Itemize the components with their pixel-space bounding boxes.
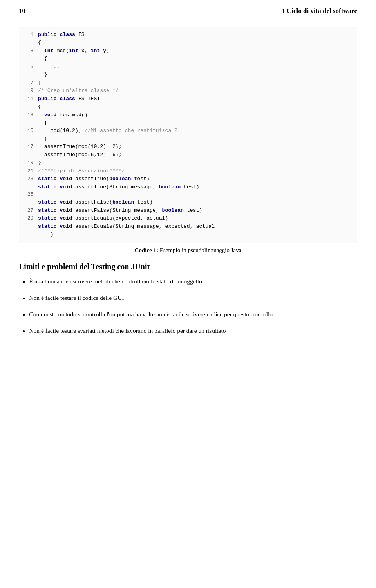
code-line: { (22, 119, 351, 127)
line-number: 1 (22, 31, 33, 39)
line-number: 15 (22, 127, 33, 135)
code-line: static void assertFalse(boolean test) (22, 198, 351, 206)
code-content: { (38, 119, 47, 127)
line-number: 17 (22, 143, 33, 151)
code-content: static void assertEquals(String message,… (38, 223, 215, 231)
code-content: { (38, 55, 47, 63)
code-line: { (22, 103, 351, 111)
line-number: 29 (22, 215, 33, 222)
code-line: 23static void assertTrue(boolean test) (22, 175, 351, 183)
page-number: 10 (19, 7, 25, 15)
code-line: 27static void assertFalse(String message… (22, 207, 351, 215)
bullet-icon: • (23, 277, 25, 288)
line-number: 11 (22, 96, 33, 103)
code-line: assertTrue(mcd(6,12)==6); (22, 151, 351, 159)
caption-text: Esempio in pseudolinguaggio Java (160, 247, 242, 253)
line-number: 13 (22, 112, 33, 119)
code-content: int mcd(int x, int y) (38, 47, 109, 55)
code-content: { (38, 103, 41, 111)
page-title: 1 Ciclo di vita del software (282, 7, 357, 15)
code-line: } (22, 71, 351, 79)
list-item: •Non è facile testare il codice delle GU… (23, 293, 357, 304)
code-content: static void assertFalse(boolean test) (38, 198, 153, 206)
list-item: •Con questo metodo si controlla l'output… (23, 310, 357, 321)
caption-label: Codice 1: (135, 247, 158, 253)
bullet-text: È una buona idea scrivere metodi che con… (29, 277, 357, 286)
section-title: Limiti e problemi del Testing con JUnit (19, 262, 357, 271)
code-block: 1public class ES{3 int mcd(int x, int y)… (19, 27, 357, 243)
code-line: 29static void assertEquals(expected, act… (22, 215, 351, 222)
code-content: /****Tipi di Asserzioni****/ (38, 167, 125, 175)
list-item: •È una buona idea scrivere metodi che co… (23, 277, 357, 288)
line-number: 19 (22, 159, 33, 167)
code-content: } (38, 135, 47, 143)
code-line: 9/* Creo un'altra classe */ (22, 87, 351, 95)
code-line: 13 void testmcd() (22, 111, 351, 119)
code-line: static void assertTrue(String message, b… (22, 183, 351, 191)
code-content: mcd(10,2); //Mi aspetto che restituisca … (38, 127, 177, 135)
code-line: 11public class ES_TEST (22, 95, 351, 103)
code-content: ) (38, 231, 54, 238)
code-caption: Codice 1: Esempio in pseudolinguaggio Ja… (19, 247, 357, 254)
bullet-text: Con questo metodo si controlla l'output … (29, 310, 357, 319)
bullet-text: Non è facile testare svariati metodi che… (29, 326, 357, 335)
code-content: } (38, 79, 41, 87)
code-content: /* Creo un'altra classe */ (38, 87, 119, 95)
line-number: 9 (22, 87, 33, 95)
code-content: assertTrue(mcd(10,2)==2); (38, 143, 122, 151)
bullet-list: •È una buona idea scrivere metodi che co… (23, 277, 357, 337)
bullet-icon: • (23, 294, 25, 304)
line-number: 23 (22, 175, 33, 183)
code-content: ... (38, 63, 60, 71)
code-content: public class ES (38, 31, 85, 39)
code-line: { (22, 39, 351, 47)
code-line: 1public class ES (22, 31, 351, 39)
code-content: public class ES_TEST (38, 95, 100, 103)
line-number: 21 (22, 168, 33, 175)
list-item: •Non è facile testare svariati metodi ch… (23, 326, 357, 337)
line-number: 27 (22, 207, 33, 215)
code-line: 5 ... (22, 63, 351, 71)
line-number: 7 (22, 79, 33, 87)
code-line: 21/****Tipi di Asserzioni****/ (22, 167, 351, 175)
code-content: static void assertTrue(String message, b… (38, 183, 199, 191)
bullet-icon: • (23, 310, 25, 321)
code-line: 15 mcd(10,2); //Mi aspetto che restituis… (22, 127, 351, 135)
bullet-text: Non è facile testare il codice delle GUI (29, 293, 357, 302)
line-number: 25 (22, 191, 33, 198)
bullet-icon: • (23, 326, 25, 337)
code-line: static void assertEquals(String message,… (22, 223, 351, 231)
code-line: 19} (22, 159, 351, 167)
code-content: } (38, 159, 41, 167)
code-content: { (38, 39, 41, 47)
code-line: 17 assertTrue(mcd(10,2)==2); (22, 143, 351, 151)
code-content: static void assertFalse(String message, … (38, 207, 202, 215)
line-number: 5 (22, 63, 33, 71)
code-content: } (38, 71, 47, 79)
main-content: 1public class ES{3 int mcd(int x, int y)… (0, 19, 376, 354)
page-header: 10 1 Ciclo di vita del software (0, 0, 376, 19)
code-content: static void assertTrue(boolean test) (38, 175, 150, 183)
code-line: 3 int mcd(int x, int y) (22, 47, 351, 55)
line-number: 3 (22, 47, 33, 55)
code-line: 7} (22, 79, 351, 87)
code-content: assertTrue(mcd(6,12)==6); (38, 151, 122, 159)
code-content: static void assertEquals(expected, actua… (38, 215, 168, 222)
code-line: ) (22, 231, 351, 238)
code-line: { (22, 55, 351, 63)
code-line: 25 (22, 191, 351, 198)
code-content: void testmcd() (38, 111, 88, 119)
code-line: } (22, 135, 351, 143)
